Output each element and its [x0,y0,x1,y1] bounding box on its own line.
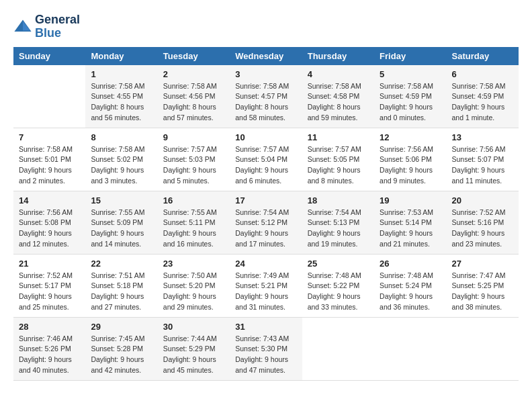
day-info: Sunrise: 7:54 AM Sunset: 5:12 PM Dayligh… [235,208,296,250]
day-info: Sunrise: 7:58 AM Sunset: 4:58 PM Dayligh… [308,81,369,124]
day-info: Sunrise: 7:52 AM Sunset: 5:17 PM Dayligh… [19,271,80,313]
day-number: 7 [19,132,80,142]
week-row-1: 1Sunrise: 7:58 AM Sunset: 4:55 PM Daylig… [13,65,519,128]
day-info: Sunrise: 7:53 AM Sunset: 5:14 PM Dayligh… [380,208,441,250]
calendar-cell [374,317,446,380]
day-info: Sunrise: 7:57 AM Sunset: 5:05 PM Dayligh… [308,144,369,187]
calendar-cell: 10Sunrise: 7:57 AM Sunset: 5:04 PM Dayli… [230,128,302,191]
calendar-table: SundayMondayTuesdayWednesdayThursdayFrid… [13,47,519,381]
calendar-cell: 12Sunrise: 7:56 AM Sunset: 5:06 PM Dayli… [374,128,446,191]
calendar-cell: 5Sunrise: 7:58 AM Sunset: 4:59 PM Daylig… [374,65,446,128]
day-number: 17 [235,195,296,205]
day-number: 14 [19,195,80,205]
calendar-cell: 19Sunrise: 7:53 AM Sunset: 5:14 PM Dayli… [374,191,446,254]
day-info: Sunrise: 7:51 AM Sunset: 5:18 PM Dayligh… [91,271,152,313]
calendar-cell: 15Sunrise: 7:55 AM Sunset: 5:09 PM Dayli… [85,191,157,254]
day-number: 9 [163,132,224,142]
calendar-cell: 2Sunrise: 7:58 AM Sunset: 4:56 PM Daylig… [158,65,230,128]
weekday-header-monday: Monday [85,47,157,65]
weekday-header-tuesday: Tuesday [158,47,230,65]
calendar-cell: 21Sunrise: 7:52 AM Sunset: 5:17 PM Dayli… [13,254,85,317]
week-row-3: 14Sunrise: 7:56 AM Sunset: 5:08 PM Dayli… [13,191,519,254]
day-number: 15 [91,195,152,205]
day-info: Sunrise: 7:48 AM Sunset: 5:22 PM Dayligh… [308,271,369,313]
day-number: 31 [235,322,296,332]
day-number: 8 [91,132,152,142]
day-info: Sunrise: 7:45 AM Sunset: 5:28 PM Dayligh… [91,334,152,376]
day-info: Sunrise: 7:56 AM Sunset: 5:06 PM Dayligh… [380,144,441,187]
calendar-cell: 11Sunrise: 7:57 AM Sunset: 5:05 PM Dayli… [302,128,374,191]
day-info: Sunrise: 7:43 AM Sunset: 5:30 PM Dayligh… [235,334,296,376]
calendar-cell: 23Sunrise: 7:50 AM Sunset: 5:20 PM Dayli… [158,254,230,317]
calendar-cell: 6Sunrise: 7:58 AM Sunset: 4:59 PM Daylig… [447,65,519,128]
calendar-cell: 18Sunrise: 7:54 AM Sunset: 5:13 PM Dayli… [302,191,374,254]
day-number: 1 [91,69,152,79]
calendar-cell: 9Sunrise: 7:57 AM Sunset: 5:03 PM Daylig… [158,128,230,191]
weekday-header-thursday: Thursday [302,47,374,65]
day-number: 28 [19,322,80,332]
calendar-cell [13,65,85,128]
calendar-cell: 22Sunrise: 7:51 AM Sunset: 5:18 PM Dayli… [85,254,157,317]
week-row-4: 21Sunrise: 7:52 AM Sunset: 5:17 PM Dayli… [13,254,519,317]
day-number: 16 [163,195,224,205]
weekday-header-saturday: Saturday [447,47,519,65]
calendar-cell: 16Sunrise: 7:55 AM Sunset: 5:11 PM Dayli… [158,191,230,254]
day-number: 3 [235,69,296,79]
weekday-header-row: SundayMondayTuesdayWednesdayThursdayFrid… [13,47,519,65]
day-number: 2 [163,69,224,79]
day-info: Sunrise: 7:56 AM Sunset: 5:07 PM Dayligh… [452,144,513,187]
calendar-cell: 20Sunrise: 7:52 AM Sunset: 5:16 PM Dayli… [447,191,519,254]
day-info: Sunrise: 7:58 AM Sunset: 4:57 PM Dayligh… [235,81,296,124]
calendar-cell: 30Sunrise: 7:44 AM Sunset: 5:29 PM Dayli… [158,317,230,380]
day-number: 12 [380,132,441,142]
week-row-2: 7Sunrise: 7:58 AM Sunset: 5:01 PM Daylig… [13,128,519,191]
day-info: Sunrise: 7:58 AM Sunset: 4:55 PM Dayligh… [91,81,152,124]
day-info: Sunrise: 7:58 AM Sunset: 4:56 PM Dayligh… [163,81,224,124]
day-number: 11 [308,132,369,142]
calendar-cell: 8Sunrise: 7:58 AM Sunset: 5:02 PM Daylig… [85,128,157,191]
calendar-cell: 29Sunrise: 7:45 AM Sunset: 5:28 PM Dayli… [85,317,157,380]
day-info: Sunrise: 7:58 AM Sunset: 5:01 PM Dayligh… [19,144,80,187]
calendar-cell: 25Sunrise: 7:48 AM Sunset: 5:22 PM Dayli… [302,254,374,317]
day-info: Sunrise: 7:44 AM Sunset: 5:29 PM Dayligh… [163,334,224,376]
day-number: 27 [452,259,513,269]
day-info: Sunrise: 7:56 AM Sunset: 5:08 PM Dayligh… [19,208,80,250]
weekday-header-friday: Friday [374,47,446,65]
weekday-header-wednesday: Wednesday [230,47,302,65]
calendar-cell: 17Sunrise: 7:54 AM Sunset: 5:12 PM Dayli… [230,191,302,254]
calendar-cell: 1Sunrise: 7:58 AM Sunset: 4:55 PM Daylig… [85,65,157,128]
week-row-5: 28Sunrise: 7:46 AM Sunset: 5:26 PM Dayli… [13,317,519,380]
page-header: General Blue [13,13,519,40]
calendar-cell [447,317,519,380]
day-info: Sunrise: 7:52 AM Sunset: 5:16 PM Dayligh… [452,208,513,250]
calendar-cell: 4Sunrise: 7:58 AM Sunset: 4:58 PM Daylig… [302,65,374,128]
calendar-cell: 31Sunrise: 7:43 AM Sunset: 5:30 PM Dayli… [230,317,302,380]
day-info: Sunrise: 7:58 AM Sunset: 4:59 PM Dayligh… [452,81,513,124]
day-info: Sunrise: 7:55 AM Sunset: 5:09 PM Dayligh… [91,208,152,250]
logo-icon [13,17,32,36]
day-info: Sunrise: 7:46 AM Sunset: 5:26 PM Dayligh… [19,334,80,376]
day-info: Sunrise: 7:55 AM Sunset: 5:11 PM Dayligh… [163,208,224,250]
day-number: 6 [452,69,513,79]
day-number: 18 [308,195,369,205]
day-info: Sunrise: 7:48 AM Sunset: 5:24 PM Dayligh… [380,271,441,313]
day-info: Sunrise: 7:58 AM Sunset: 5:02 PM Dayligh… [91,144,152,187]
day-info: Sunrise: 7:50 AM Sunset: 5:20 PM Dayligh… [163,271,224,313]
day-number: 4 [308,69,369,79]
day-number: 19 [380,195,441,205]
day-number: 22 [91,259,152,269]
day-number: 10 [235,132,296,142]
day-number: 30 [163,322,224,332]
day-info: Sunrise: 7:57 AM Sunset: 5:04 PM Dayligh… [235,144,296,187]
day-number: 29 [91,322,152,332]
logo: General Blue [13,13,80,40]
calendar-cell: 26Sunrise: 7:48 AM Sunset: 5:24 PM Dayli… [374,254,446,317]
weekday-header-sunday: Sunday [13,47,85,65]
calendar-cell: 24Sunrise: 7:49 AM Sunset: 5:21 PM Dayli… [230,254,302,317]
day-info: Sunrise: 7:57 AM Sunset: 5:03 PM Dayligh… [163,144,224,187]
calendar-cell: 13Sunrise: 7:56 AM Sunset: 5:07 PM Dayli… [447,128,519,191]
day-info: Sunrise: 7:47 AM Sunset: 5:25 PM Dayligh… [452,271,513,313]
logo-text: General Blue [35,13,80,40]
calendar-cell: 3Sunrise: 7:58 AM Sunset: 4:57 PM Daylig… [230,65,302,128]
day-number: 21 [19,259,80,269]
